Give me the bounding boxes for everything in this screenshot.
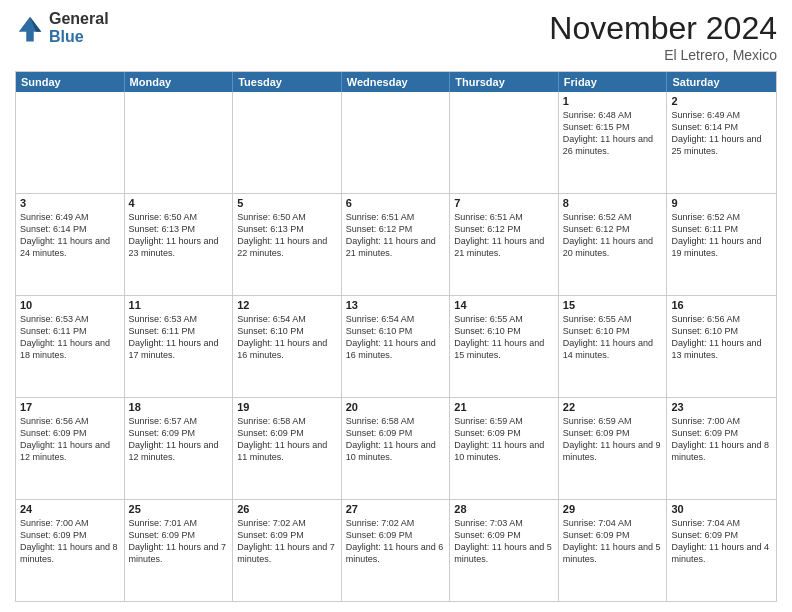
logo-text: General Blue	[49, 10, 109, 45]
day-header-friday: Friday	[559, 72, 668, 92]
cell-info: Sunrise: 7:02 AM Sunset: 6:09 PM Dayligh…	[237, 517, 337, 566]
day-header-thursday: Thursday	[450, 72, 559, 92]
calendar-row: 3Sunrise: 6:49 AM Sunset: 6:14 PM Daylig…	[16, 193, 776, 295]
cell-info: Sunrise: 7:04 AM Sunset: 6:09 PM Dayligh…	[671, 517, 772, 566]
cell-info: Sunrise: 6:49 AM Sunset: 6:14 PM Dayligh…	[671, 109, 772, 158]
logo: General Blue	[15, 10, 109, 45]
calendar-cell: 4Sunrise: 6:50 AM Sunset: 6:13 PM Daylig…	[125, 194, 234, 295]
cell-info: Sunrise: 6:52 AM Sunset: 6:11 PM Dayligh…	[671, 211, 772, 260]
cell-info: Sunrise: 7:03 AM Sunset: 6:09 PM Dayligh…	[454, 517, 554, 566]
day-number: 5	[237, 197, 337, 209]
logo-general-text: General	[49, 10, 109, 28]
cell-info: Sunrise: 6:50 AM Sunset: 6:13 PM Dayligh…	[129, 211, 229, 260]
day-number: 3	[20, 197, 120, 209]
calendar-cell: 15Sunrise: 6:55 AM Sunset: 6:10 PM Dayli…	[559, 296, 668, 397]
cell-info: Sunrise: 6:58 AM Sunset: 6:09 PM Dayligh…	[237, 415, 337, 464]
cell-info: Sunrise: 6:53 AM Sunset: 6:11 PM Dayligh…	[129, 313, 229, 362]
calendar-cell: 19Sunrise: 6:58 AM Sunset: 6:09 PM Dayli…	[233, 398, 342, 499]
calendar-cell: 30Sunrise: 7:04 AM Sunset: 6:09 PM Dayli…	[667, 500, 776, 601]
calendar-cell: 11Sunrise: 6:53 AM Sunset: 6:11 PM Dayli…	[125, 296, 234, 397]
cell-info: Sunrise: 6:59 AM Sunset: 6:09 PM Dayligh…	[454, 415, 554, 464]
day-number: 25	[129, 503, 229, 515]
calendar-cell: 18Sunrise: 6:57 AM Sunset: 6:09 PM Dayli…	[125, 398, 234, 499]
calendar-body: 1Sunrise: 6:48 AM Sunset: 6:15 PM Daylig…	[16, 92, 776, 601]
calendar-cell: 10Sunrise: 6:53 AM Sunset: 6:11 PM Dayli…	[16, 296, 125, 397]
page: General Blue November 2024 El Letrero, M…	[0, 0, 792, 612]
day-header-monday: Monday	[125, 72, 234, 92]
cell-info: Sunrise: 6:55 AM Sunset: 6:10 PM Dayligh…	[454, 313, 554, 362]
day-number: 28	[454, 503, 554, 515]
day-number: 29	[563, 503, 663, 515]
calendar-cell: 8Sunrise: 6:52 AM Sunset: 6:12 PM Daylig…	[559, 194, 668, 295]
day-number: 13	[346, 299, 446, 311]
month-title: November 2024	[549, 10, 777, 47]
cell-info: Sunrise: 7:00 AM Sunset: 6:09 PM Dayligh…	[671, 415, 772, 464]
cell-info: Sunrise: 6:49 AM Sunset: 6:14 PM Dayligh…	[20, 211, 120, 260]
title-block: November 2024 El Letrero, Mexico	[549, 10, 777, 63]
calendar-cell: 22Sunrise: 6:59 AM Sunset: 6:09 PM Dayli…	[559, 398, 668, 499]
day-number: 23	[671, 401, 772, 413]
calendar-cell: 27Sunrise: 7:02 AM Sunset: 6:09 PM Dayli…	[342, 500, 451, 601]
logo-icon	[15, 13, 45, 43]
cell-info: Sunrise: 6:56 AM Sunset: 6:10 PM Dayligh…	[671, 313, 772, 362]
day-number: 21	[454, 401, 554, 413]
cell-info: Sunrise: 6:58 AM Sunset: 6:09 PM Dayligh…	[346, 415, 446, 464]
day-number: 7	[454, 197, 554, 209]
day-number: 4	[129, 197, 229, 209]
day-header-tuesday: Tuesday	[233, 72, 342, 92]
calendar-cell	[16, 92, 125, 193]
day-number: 18	[129, 401, 229, 413]
day-header-saturday: Saturday	[667, 72, 776, 92]
day-number: 22	[563, 401, 663, 413]
cell-info: Sunrise: 6:51 AM Sunset: 6:12 PM Dayligh…	[454, 211, 554, 260]
calendar-cell: 13Sunrise: 6:54 AM Sunset: 6:10 PM Dayli…	[342, 296, 451, 397]
calendar-cell: 23Sunrise: 7:00 AM Sunset: 6:09 PM Dayli…	[667, 398, 776, 499]
calendar-cell: 1Sunrise: 6:48 AM Sunset: 6:15 PM Daylig…	[559, 92, 668, 193]
cell-info: Sunrise: 6:51 AM Sunset: 6:12 PM Dayligh…	[346, 211, 446, 260]
cell-info: Sunrise: 6:57 AM Sunset: 6:09 PM Dayligh…	[129, 415, 229, 464]
logo-blue-text: Blue	[49, 28, 109, 46]
calendar-cell: 25Sunrise: 7:01 AM Sunset: 6:09 PM Dayli…	[125, 500, 234, 601]
cell-info: Sunrise: 7:00 AM Sunset: 6:09 PM Dayligh…	[20, 517, 120, 566]
day-header-wednesday: Wednesday	[342, 72, 451, 92]
calendar-cell: 7Sunrise: 6:51 AM Sunset: 6:12 PM Daylig…	[450, 194, 559, 295]
calendar-cell: 14Sunrise: 6:55 AM Sunset: 6:10 PM Dayli…	[450, 296, 559, 397]
day-number: 1	[563, 95, 663, 107]
cell-info: Sunrise: 6:50 AM Sunset: 6:13 PM Dayligh…	[237, 211, 337, 260]
calendar-header: SundayMondayTuesdayWednesdayThursdayFrid…	[16, 72, 776, 92]
day-number: 6	[346, 197, 446, 209]
day-number: 24	[20, 503, 120, 515]
day-number: 27	[346, 503, 446, 515]
calendar-cell: 12Sunrise: 6:54 AM Sunset: 6:10 PM Dayli…	[233, 296, 342, 397]
cell-info: Sunrise: 6:52 AM Sunset: 6:12 PM Dayligh…	[563, 211, 663, 260]
cell-info: Sunrise: 6:59 AM Sunset: 6:09 PM Dayligh…	[563, 415, 663, 464]
day-number: 19	[237, 401, 337, 413]
calendar-row: 24Sunrise: 7:00 AM Sunset: 6:09 PM Dayli…	[16, 499, 776, 601]
calendar-row: 17Sunrise: 6:56 AM Sunset: 6:09 PM Dayli…	[16, 397, 776, 499]
cell-info: Sunrise: 6:48 AM Sunset: 6:15 PM Dayligh…	[563, 109, 663, 158]
calendar-cell: 9Sunrise: 6:52 AM Sunset: 6:11 PM Daylig…	[667, 194, 776, 295]
calendar: SundayMondayTuesdayWednesdayThursdayFrid…	[15, 71, 777, 602]
location: El Letrero, Mexico	[549, 47, 777, 63]
calendar-cell: 26Sunrise: 7:02 AM Sunset: 6:09 PM Dayli…	[233, 500, 342, 601]
calendar-cell	[450, 92, 559, 193]
calendar-cell	[233, 92, 342, 193]
day-number: 9	[671, 197, 772, 209]
day-number: 12	[237, 299, 337, 311]
calendar-cell: 3Sunrise: 6:49 AM Sunset: 6:14 PM Daylig…	[16, 194, 125, 295]
day-number: 26	[237, 503, 337, 515]
cell-info: Sunrise: 6:56 AM Sunset: 6:09 PM Dayligh…	[20, 415, 120, 464]
calendar-cell: 24Sunrise: 7:00 AM Sunset: 6:09 PM Dayli…	[16, 500, 125, 601]
calendar-cell: 2Sunrise: 6:49 AM Sunset: 6:14 PM Daylig…	[667, 92, 776, 193]
calendar-cell: 28Sunrise: 7:03 AM Sunset: 6:09 PM Dayli…	[450, 500, 559, 601]
day-number: 8	[563, 197, 663, 209]
calendar-cell: 21Sunrise: 6:59 AM Sunset: 6:09 PM Dayli…	[450, 398, 559, 499]
day-number: 16	[671, 299, 772, 311]
calendar-cell: 16Sunrise: 6:56 AM Sunset: 6:10 PM Dayli…	[667, 296, 776, 397]
calendar-cell: 17Sunrise: 6:56 AM Sunset: 6:09 PM Dayli…	[16, 398, 125, 499]
calendar-cell: 6Sunrise: 6:51 AM Sunset: 6:12 PM Daylig…	[342, 194, 451, 295]
calendar-row: 1Sunrise: 6:48 AM Sunset: 6:15 PM Daylig…	[16, 92, 776, 193]
calendar-cell: 20Sunrise: 6:58 AM Sunset: 6:09 PM Dayli…	[342, 398, 451, 499]
cell-info: Sunrise: 6:53 AM Sunset: 6:11 PM Dayligh…	[20, 313, 120, 362]
day-number: 15	[563, 299, 663, 311]
